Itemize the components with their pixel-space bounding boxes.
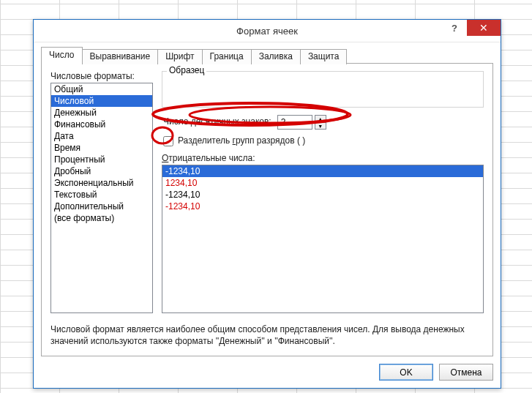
format-list-item[interactable]: Текстовый [51,189,152,201]
formats-label: Числовые форматы: [50,71,153,81]
format-list-item[interactable]: (все форматы) [51,212,152,224]
format-list-item[interactable]: Числовой [51,95,152,107]
tab-strip: Число Выравнивание Шрифт Граница Заливка… [41,47,493,64]
tab-number[interactable]: Число [41,47,83,64]
tab-border[interactable]: Граница [202,49,252,64]
format-list-item[interactable]: Денежный [51,107,152,119]
negative-list-item[interactable]: -1234,10 [162,165,483,177]
tab-protection[interactable]: Защита [300,49,348,64]
decimal-places-row: Число десятичных знаков: ▲ ▼ [162,115,484,130]
close-icon: ✕ [479,22,488,34]
format-list-item[interactable]: Общий [51,83,152,95]
dialog-buttons: OK Отмена [41,364,493,381]
negative-list-item[interactable]: -1234,10 [162,201,483,212]
sample-group: Образец [162,71,484,108]
negative-list-item[interactable]: 1234,10 [162,177,483,189]
format-list-item[interactable]: Дробный [51,165,152,177]
tab-font[interactable]: Шрифт [157,49,202,64]
title-bar: Формат ячеек ? ✕ [34,20,501,42]
tab-fill[interactable]: Заливка [251,49,301,64]
thousands-row: Разделитель групп разрядов ( ) [162,135,484,147]
decimals-spinner: ▲ ▼ [315,115,326,130]
tab-alignment[interactable]: Выравнивание [82,49,159,64]
negatives-label: Отрицательные числа: [162,153,484,163]
format-list-item[interactable]: Время [51,142,152,154]
ok-button[interactable]: OK [379,364,433,381]
formats-listbox[interactable]: ОбщийЧисловойДенежныйФинансовыйДатаВремя… [50,83,153,313]
format-list-item[interactable]: Дополнительный [51,201,152,212]
cancel-button[interactable]: Отмена [439,364,493,381]
dialog-title: Формат ячеек [34,26,501,37]
dialog-content: Число Выравнивание Шрифт Граница Заливка… [34,42,501,388]
close-button[interactable]: ✕ [467,20,501,36]
tab-panel-number: Числовые форматы: ОбщийЧисловойДенежныйФ… [41,63,493,356]
format-list-item[interactable]: Процентный [51,154,152,165]
negative-list-item[interactable]: -1234,10 [162,189,483,201]
thousands-label[interactable]: Разделитель групп разрядов ( ) [178,135,305,146]
format-description: Числовой формат является наиболее общим … [50,323,484,347]
negative-numbers-listbox[interactable]: -1234,101234,10-1234,10-1234,10 [162,165,484,313]
format-list-item[interactable]: Дата [51,130,152,142]
thousands-checkbox[interactable] [163,136,173,146]
format-list-item[interactable]: Финансовый [51,119,152,130]
format-cells-dialog: Формат ячеек ? ✕ Число Выравнивание Шриф… [33,19,501,389]
format-list-item[interactable]: Экспоненциальный [51,177,152,189]
decimals-spin-up[interactable]: ▲ [315,115,326,122]
decimals-label: Число десятичных знаков: [163,116,271,127]
help-button[interactable]: ? [442,20,467,36]
sample-label: Образец [167,65,206,75]
decimals-input[interactable] [277,115,312,130]
decimals-spin-down[interactable]: ▼ [315,122,326,130]
